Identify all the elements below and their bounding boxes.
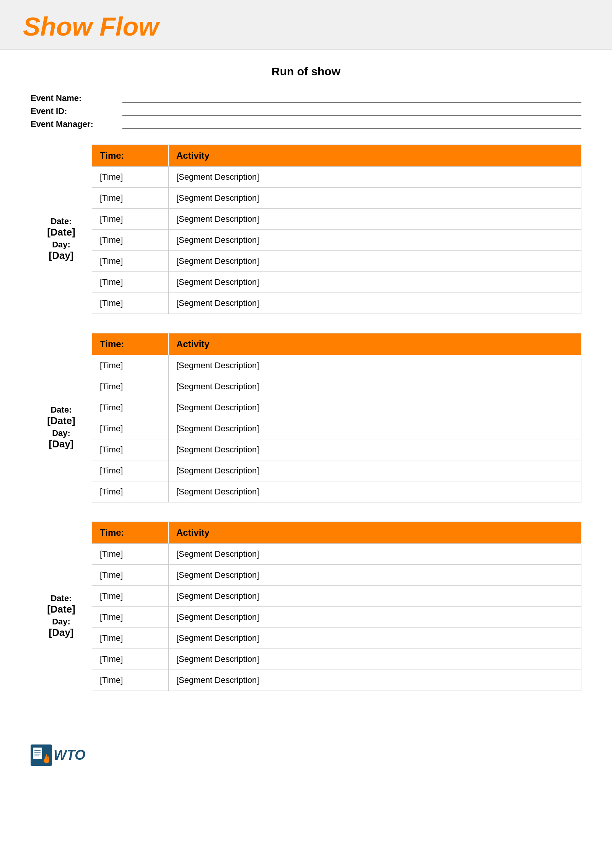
activity-col-header-2: Activity bbox=[169, 333, 581, 355]
time-cell-3-3: [Time] bbox=[92, 586, 169, 606]
activity-cell-1-3: [Segment Description] bbox=[169, 209, 581, 229]
event-id-line bbox=[122, 107, 581, 116]
event-name-field: Event Name: bbox=[31, 93, 581, 103]
schedule-blocks: Date: [Date] Day: [Day] Time: Activity [… bbox=[31, 145, 581, 691]
table-row: [Time] [Segment Description] bbox=[92, 564, 581, 585]
table-header-1: Time: Activity bbox=[92, 145, 581, 166]
header-bar: Show Flow bbox=[0, 0, 612, 50]
activity-cell-2-4: [Segment Description] bbox=[169, 418, 581, 439]
activity-cell-1-5: [Segment Description] bbox=[169, 251, 581, 271]
activity-cell-2-2: [Segment Description] bbox=[169, 376, 581, 397]
activity-cell-2-6: [Segment Description] bbox=[169, 460, 581, 481]
time-cell-1-2: [Time] bbox=[92, 188, 169, 208]
table-row: [Time] [Segment Description] bbox=[92, 439, 581, 460]
time-col-header-2: Time: bbox=[92, 333, 169, 355]
time-col-header-1: Time: bbox=[92, 145, 169, 166]
date-value-1: [Date] bbox=[47, 226, 75, 238]
wto-logo-text: WTO bbox=[54, 747, 85, 763]
main-content: Run of show Event Name: Event ID: Event … bbox=[0, 50, 612, 733]
time-cell-1-7: [Time] bbox=[92, 293, 169, 314]
table-row: [Time] [Segment Description] bbox=[92, 208, 581, 229]
time-cell-1-6: [Time] bbox=[92, 272, 169, 293]
date-column-2: Date: [Date] Day: [Day] bbox=[31, 333, 92, 502]
schedule-block-1: Date: [Date] Day: [Day] Time: Activity [… bbox=[31, 145, 581, 314]
schedule-block-3: Date: [Date] Day: [Day] Time: Activity [… bbox=[31, 522, 581, 691]
table-header-3: Time: Activity bbox=[92, 522, 581, 543]
event-name-line bbox=[122, 94, 581, 103]
day-value-2: [Day] bbox=[49, 438, 73, 450]
document-subtitle: Run of show bbox=[31, 65, 581, 78]
date-label-1: Date: bbox=[50, 216, 72, 226]
time-cell-3-7: [Time] bbox=[92, 670, 169, 691]
activity-cell-3-1: [Segment Description] bbox=[169, 544, 581, 564]
activity-cell-1-2: [Segment Description] bbox=[169, 188, 581, 208]
time-cell-3-1: [Time] bbox=[92, 544, 169, 564]
event-manager-line bbox=[122, 120, 581, 129]
date-column-3: Date: [Date] Day: [Day] bbox=[31, 522, 92, 691]
table-row: [Time] [Segment Description] bbox=[92, 229, 581, 250]
time-cell-2-3: [Time] bbox=[92, 397, 169, 418]
activity-cell-2-5: [Segment Description] bbox=[169, 439, 581, 460]
day-label-1: Day: bbox=[52, 240, 70, 250]
table-row: [Time] [Segment Description] bbox=[92, 481, 581, 502]
activity-cell-2-3: [Segment Description] bbox=[169, 397, 581, 418]
time-cell-2-6: [Time] bbox=[92, 460, 169, 481]
wto-logo-icon bbox=[31, 744, 52, 766]
activity-cell-2-1: [Segment Description] bbox=[169, 355, 581, 376]
time-cell-1-5: [Time] bbox=[92, 251, 169, 271]
date-label-2: Date: bbox=[50, 405, 72, 415]
activity-cell-2-7: [Segment Description] bbox=[169, 481, 581, 502]
time-cell-1-4: [Time] bbox=[92, 230, 169, 250]
table-row: [Time] [Segment Description] bbox=[92, 543, 581, 564]
time-cell-1-3: [Time] bbox=[92, 209, 169, 229]
activity-cell-3-5: [Segment Description] bbox=[169, 628, 581, 649]
table-section-2: Time: Activity [Time] [Segment Descripti… bbox=[92, 333, 581, 502]
table-row: [Time] [Segment Description] bbox=[92, 670, 581, 691]
date-value-3: [Date] bbox=[47, 603, 75, 615]
activity-cell-3-3: [Segment Description] bbox=[169, 586, 581, 606]
activity-cell-1-6: [Segment Description] bbox=[169, 272, 581, 293]
time-cell-2-4: [Time] bbox=[92, 418, 169, 439]
table-row: [Time] [Segment Description] bbox=[92, 271, 581, 293]
activity-cell-3-2: [Segment Description] bbox=[169, 565, 581, 585]
table-header-2: Time: Activity bbox=[92, 333, 581, 355]
time-cell-2-7: [Time] bbox=[92, 481, 169, 502]
table-row: [Time] [Segment Description] bbox=[92, 293, 581, 314]
time-cell-2-2: [Time] bbox=[92, 376, 169, 397]
table-row: [Time] [Segment Description] bbox=[92, 187, 581, 208]
event-info-section: Event Name: Event ID: Event Manager: bbox=[31, 93, 581, 129]
event-manager-label: Event Manager: bbox=[31, 119, 115, 129]
table-row: [Time] [Segment Description] bbox=[92, 606, 581, 627]
date-label-3: Date: bbox=[50, 593, 72, 603]
table-section-3: Time: Activity [Time] [Segment Descripti… bbox=[92, 522, 581, 691]
table-row: [Time] [Segment Description] bbox=[92, 649, 581, 670]
time-cell-3-6: [Time] bbox=[92, 649, 169, 670]
day-value-1: [Day] bbox=[49, 250, 73, 262]
time-cell-2-5: [Time] bbox=[92, 439, 169, 460]
svg-rect-1 bbox=[33, 748, 42, 759]
activity-cell-3-4: [Segment Description] bbox=[169, 607, 581, 627]
event-id-label: Event ID: bbox=[31, 106, 115, 116]
date-value-2: [Date] bbox=[47, 415, 75, 427]
activity-col-header-3: Activity bbox=[169, 522, 581, 543]
table-row: [Time] [Segment Description] bbox=[92, 376, 581, 397]
event-manager-field: Event Manager: bbox=[31, 119, 581, 129]
table-row: [Time] [Segment Description] bbox=[92, 627, 581, 649]
time-cell-2-1: [Time] bbox=[92, 355, 169, 376]
logo-container: WTO bbox=[31, 744, 85, 766]
table-row: [Time] [Segment Description] bbox=[92, 166, 581, 187]
activity-cell-1-7: [Segment Description] bbox=[169, 293, 581, 314]
activity-cell-3-7: [Segment Description] bbox=[169, 670, 581, 691]
time-col-header-3: Time: bbox=[92, 522, 169, 543]
activity-cell-3-6: [Segment Description] bbox=[169, 649, 581, 670]
day-label-3: Day: bbox=[52, 617, 70, 627]
event-name-label: Event Name: bbox=[31, 93, 115, 103]
date-column-1: Date: [Date] Day: [Day] bbox=[31, 145, 92, 314]
table-row: [Time] [Segment Description] bbox=[92, 585, 581, 606]
table-section-1: Time: Activity [Time] [Segment Descripti… bbox=[92, 145, 581, 314]
table-row: [Time] [Segment Description] bbox=[92, 397, 581, 418]
time-cell-3-5: [Time] bbox=[92, 628, 169, 649]
footer: WTO bbox=[0, 733, 612, 777]
schedule-block-2: Date: [Date] Day: [Day] Time: Activity [… bbox=[31, 333, 581, 502]
day-label-2: Day: bbox=[52, 428, 70, 438]
